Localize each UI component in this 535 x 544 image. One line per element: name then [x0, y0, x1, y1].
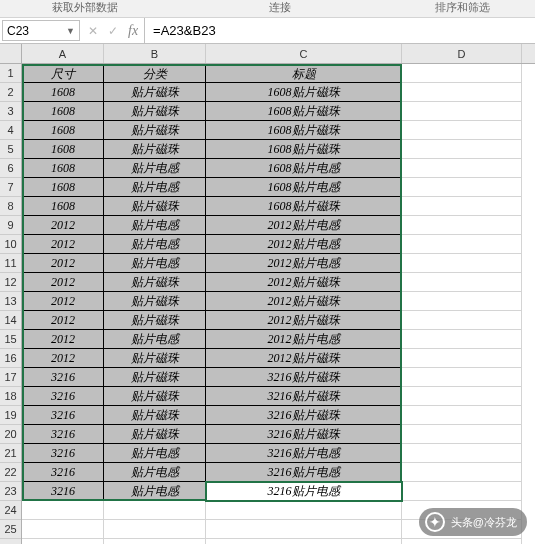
empty-cell[interactable] [402, 482, 522, 501]
row-header[interactable]: 18 [0, 387, 21, 406]
empty-cell[interactable] [402, 197, 522, 216]
row-header[interactable]: 8 [0, 197, 21, 216]
empty-cell[interactable] [402, 235, 522, 254]
data-cell[interactable]: 1608贴片磁珠 [206, 83, 402, 102]
empty-cell[interactable] [402, 159, 522, 178]
row-header[interactable]: 24 [0, 501, 21, 520]
row-header[interactable]: 25 [0, 520, 21, 539]
name-box[interactable]: C23 ▼ [2, 20, 80, 41]
data-cell[interactable]: 1608贴片磁珠 [206, 102, 402, 121]
data-cell[interactable]: 贴片磁珠 [104, 83, 206, 102]
row-header[interactable]: 7 [0, 178, 21, 197]
name-box-dropdown-icon[interactable]: ▼ [66, 26, 75, 36]
data-cell[interactable]: 1608 [22, 83, 104, 102]
empty-cell[interactable] [402, 121, 522, 140]
empty-cell[interactable] [402, 83, 522, 102]
row-header[interactable]: 22 [0, 463, 21, 482]
data-cell[interactable]: 贴片磁珠 [104, 102, 206, 121]
data-cell[interactable]: 1608 [22, 197, 104, 216]
empty-cell[interactable] [206, 539, 402, 544]
empty-cell[interactable] [402, 216, 522, 235]
row-header[interactable]: 5 [0, 140, 21, 159]
row-header[interactable]: 4 [0, 121, 21, 140]
data-cell[interactable]: 贴片磁珠 [104, 292, 206, 311]
col-header-b[interactable]: B [104, 44, 206, 63]
data-cell[interactable]: 1608 [22, 121, 104, 140]
data-cell[interactable]: 3216贴片磁珠 [206, 425, 402, 444]
data-cell[interactable]: 1608贴片电感 [206, 178, 402, 197]
active-cell[interactable]: 3216贴片电感 [206, 482, 402, 501]
data-cell[interactable]: 3216贴片磁珠 [206, 368, 402, 387]
fx-icon[interactable]: fx [128, 23, 138, 39]
data-cell[interactable]: 贴片电感 [104, 235, 206, 254]
data-cell[interactable]: 1608贴片磁珠 [206, 197, 402, 216]
data-cell[interactable]: 3216贴片电感 [206, 463, 402, 482]
data-cell[interactable]: 贴片电感 [104, 216, 206, 235]
data-cell[interactable]: 2012 [22, 330, 104, 349]
col-header-d[interactable]: D [402, 44, 522, 63]
data-cell[interactable]: 贴片磁珠 [104, 349, 206, 368]
data-cell[interactable]: 贴片磁珠 [104, 121, 206, 140]
data-cell[interactable]: 1608 [22, 102, 104, 121]
empty-cell[interactable] [104, 539, 206, 544]
data-cell[interactable]: 贴片磁珠 [104, 425, 206, 444]
data-cell[interactable]: 贴片电感 [104, 482, 206, 501]
row-header[interactable]: 17 [0, 368, 21, 387]
data-cell[interactable]: 2012贴片电感 [206, 330, 402, 349]
data-cell[interactable]: 2012贴片磁珠 [206, 349, 402, 368]
data-cell[interactable]: 1608 [22, 159, 104, 178]
empty-cell[interactable] [104, 520, 206, 539]
formula-input[interactable]: =A23&B23 [145, 18, 535, 43]
empty-cell[interactable] [22, 539, 104, 544]
empty-cell[interactable] [402, 368, 522, 387]
header-cell[interactable]: 标题 [206, 64, 402, 83]
empty-cell[interactable] [402, 292, 522, 311]
data-cell[interactable]: 2012贴片电感 [206, 254, 402, 273]
data-cell[interactable]: 3216 [22, 387, 104, 406]
cancel-icon[interactable]: ✕ [88, 24, 98, 38]
empty-cell[interactable] [402, 330, 522, 349]
empty-cell[interactable] [402, 387, 522, 406]
data-cell[interactable]: 贴片电感 [104, 330, 206, 349]
empty-cell[interactable] [206, 520, 402, 539]
row-header[interactable]: 11 [0, 254, 21, 273]
row-header[interactable]: 1 [0, 64, 21, 83]
data-cell[interactable]: 2012 [22, 216, 104, 235]
data-cell[interactable]: 3216贴片磁珠 [206, 406, 402, 425]
row-header[interactable]: 2 [0, 83, 21, 102]
empty-cell[interactable] [402, 406, 522, 425]
row-header[interactable]: 16 [0, 349, 21, 368]
row-header[interactable]: 21 [0, 444, 21, 463]
data-cell[interactable]: 贴片电感 [104, 178, 206, 197]
accept-icon[interactable]: ✓ [108, 24, 118, 38]
row-header[interactable]: 10 [0, 235, 21, 254]
row-header[interactable]: 23 [0, 482, 21, 501]
empty-cell[interactable] [402, 140, 522, 159]
data-cell[interactable]: 2012 [22, 292, 104, 311]
row-header[interactable]: 15 [0, 330, 21, 349]
row-header[interactable]: 3 [0, 102, 21, 121]
data-cell[interactable]: 2012 [22, 254, 104, 273]
data-cell[interactable]: 3216 [22, 482, 104, 501]
empty-cell[interactable] [402, 64, 522, 83]
data-cell[interactable]: 2012 [22, 235, 104, 254]
data-cell[interactable]: 1608贴片电感 [206, 159, 402, 178]
data-cell[interactable]: 3216 [22, 425, 104, 444]
col-header-a[interactable]: A [22, 44, 104, 63]
empty-cell[interactable] [22, 520, 104, 539]
data-cell[interactable]: 2012贴片电感 [206, 216, 402, 235]
data-cell[interactable]: 1608贴片磁珠 [206, 121, 402, 140]
data-cell[interactable]: 2012贴片磁珠 [206, 311, 402, 330]
row-header[interactable]: 12 [0, 273, 21, 292]
data-cell[interactable]: 贴片电感 [104, 463, 206, 482]
row-header[interactable]: 26 [0, 539, 21, 544]
data-cell[interactable]: 贴片电感 [104, 254, 206, 273]
empty-cell[interactable] [402, 444, 522, 463]
data-cell[interactable]: 2012贴片磁珠 [206, 273, 402, 292]
data-cell[interactable]: 3216 [22, 406, 104, 425]
data-cell[interactable]: 3216 [22, 463, 104, 482]
col-header-c[interactable]: C [206, 44, 402, 63]
header-cell[interactable]: 尺寸 [22, 64, 104, 83]
row-header[interactable]: 20 [0, 425, 21, 444]
row-header[interactable]: 14 [0, 311, 21, 330]
